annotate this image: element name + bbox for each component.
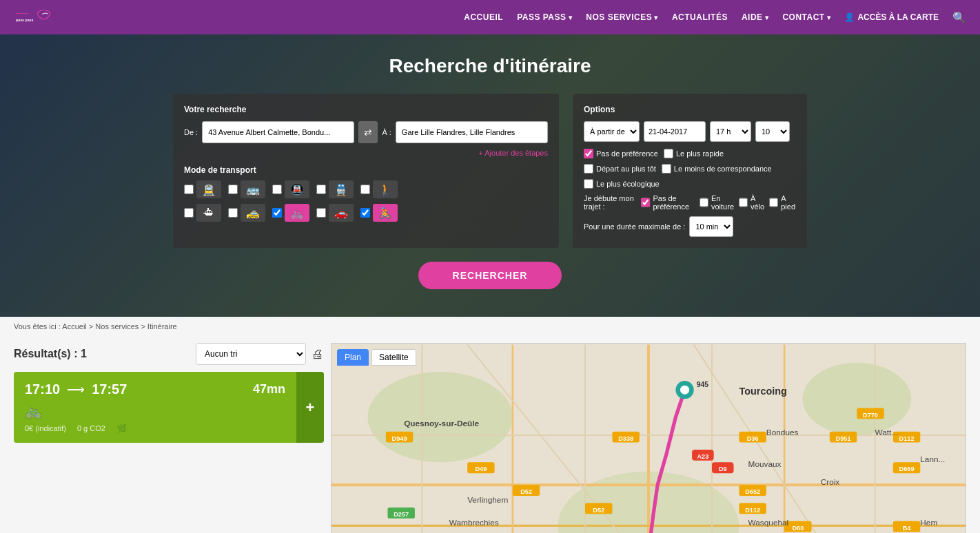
svg-text:Watt...: Watt... (875, 428, 899, 437)
sort-area: Aucun tri 🖨 (196, 343, 324, 365)
taxi-icon-box: 🚕 (241, 204, 265, 222)
train-checkbox[interactable] (316, 185, 326, 194)
svg-point-5 (802, 363, 911, 435)
depart-bike-label: À vélo (751, 194, 765, 211)
transport-bike-share[interactable]: 🚲 (272, 204, 309, 222)
depart-bike[interactable]: À vélo (739, 194, 765, 211)
duree-label: Pour une durée maximale de : (584, 222, 685, 231)
date-time-row: À partir de 17 h 10 (584, 121, 796, 142)
date-type-select[interactable]: À partir de (584, 121, 640, 142)
earliest-checkbox[interactable] (584, 164, 593, 174)
boat-icon-box: ⛴ (196, 204, 221, 222)
opt-earliest[interactable]: Départ au plus tôt (584, 164, 656, 174)
svg-text:D49: D49 (475, 466, 487, 472)
transport-metro[interactable]: 🚇 (272, 180, 309, 198)
from-to-row: De : ⇄ À : (184, 121, 548, 143)
opt-no-pref[interactable]: Pas de préférence (584, 149, 658, 158)
svg-text:Bondues: Bondues (766, 428, 799, 437)
duree-select[interactable]: 10 min (689, 216, 733, 237)
nav-passpass[interactable]: PASS PASS (517, 12, 572, 22)
tram-checkbox[interactable] (184, 185, 194, 194)
fewest-changes-checkbox[interactable] (662, 164, 671, 174)
from-input[interactable] (202, 121, 354, 143)
depart-no-pref[interactable]: Pas de préférence (641, 194, 695, 211)
options-row-2: Le plus écologique (584, 179, 796, 189)
svg-text:A23: A23 (697, 453, 708, 460)
search-button[interactable]: RECHERCHER (418, 262, 562, 289)
nav-accueil[interactable]: ACCUEIL (464, 12, 503, 22)
depart-car[interactable]: En voiture (700, 194, 735, 211)
car-icon: 🚗 (334, 207, 348, 220)
bikeshare-icon-box: 🚲 (285, 204, 309, 222)
sort-select[interactable]: Aucun tri (196, 343, 306, 365)
transport-mode-label: Mode de transport (184, 165, 548, 175)
depart-walk[interactable]: A pied (769, 194, 796, 211)
breadcrumb-accueil[interactable]: Accueil (62, 322, 86, 331)
nav-aide[interactable]: AIDE (742, 12, 768, 22)
results-left: Résultat(s) : 1 Aucun tri 🖨 17:10 ⟶ 17:5… (14, 336, 324, 533)
fastest-checkbox[interactable] (664, 149, 673, 158)
svg-text:Mouvaux: Mouvaux (748, 459, 782, 469)
depart-row: Je débute mon trajet : Pas de préférence… (584, 194, 796, 211)
duree-row: Pour une durée maximale de : 10 min (584, 216, 796, 237)
transport-bicycle[interactable]: 🚴 (360, 204, 398, 222)
boat-checkbox[interactable] (184, 208, 194, 218)
minutes-select[interactable]: 10 (755, 121, 790, 142)
depart-bike-cb[interactable] (739, 198, 748, 207)
opt-fastest[interactable]: Le plus rapide (664, 149, 724, 158)
map-tab-satellite[interactable]: Satellite (371, 349, 416, 366)
bicycle-icon: 🚴 (378, 207, 392, 220)
breadcrumb-nos-services[interactable]: Nos services (95, 322, 139, 331)
eco-checkbox[interactable] (584, 179, 593, 189)
nav-actualites[interactable]: ACTUALITÉS (672, 12, 728, 22)
header-search-icon[interactable]: 🔍 (952, 11, 966, 24)
transport-car[interactable]: 🚗 (316, 204, 354, 222)
svg-text:D52: D52 (520, 488, 532, 495)
nav-access-card[interactable]: 👤 ACCÈS À LA CARTE (844, 12, 939, 22)
train-icon: 🚆 (334, 183, 348, 196)
breadcrumb-sep1: > (89, 322, 95, 331)
transport-taxi[interactable]: 🚕 (228, 204, 265, 222)
svg-text:Tourcoing: Tourcoing (739, 386, 787, 397)
logo-area[interactable]: ~~~~ pass pass (14, 5, 61, 30)
options-panel: Options À partir de 17 h 10 Pas d (573, 94, 807, 248)
opt-fewest-changes[interactable]: Le moins de correspondance (662, 164, 772, 174)
date-input[interactable] (644, 121, 706, 142)
no-pref-label: Pas de préférence (596, 149, 658, 158)
taxi-checkbox[interactable] (228, 208, 238, 218)
depart-walk-cb[interactable] (769, 198, 778, 207)
transport-walk[interactable]: 🚶 (360, 180, 398, 198)
map-svg: D949 D338 D36 D770 D951 D112 D669 D49 D5 (331, 344, 966, 533)
swap-button[interactable]: ⇄ (358, 121, 378, 143)
breadcrumb-prefix: Vous êtes ici : (14, 322, 61, 331)
walk-checkbox[interactable] (360, 185, 370, 194)
svg-text:D112: D112 (899, 435, 915, 442)
bicycle-checkbox[interactable] (360, 208, 370, 218)
nav-nosservices[interactable]: NOS SERVICES (586, 12, 658, 22)
map-tab-plan[interactable]: Plan (337, 349, 369, 366)
print-button[interactable]: 🖨 (312, 347, 324, 362)
svg-text:D36: D36 (747, 435, 759, 442)
walk-icon-box: 🚶 (373, 180, 398, 198)
card-expand-button[interactable]: + (296, 372, 324, 443)
depart-label: Je débute mon trajet : (584, 194, 637, 211)
depart-nopref-cb[interactable] (641, 198, 650, 207)
add-steps-link[interactable]: + Ajouter des étapes (184, 149, 548, 157)
transport-boat[interactable]: ⛴ (184, 204, 221, 222)
svg-text:945: 945 (697, 380, 709, 388)
time-select[interactable]: 17 h (710, 121, 751, 142)
transport-bus[interactable]: 🚌 (228, 180, 265, 198)
metro-checkbox[interactable] (272, 185, 282, 194)
transport-tram[interactable]: 🚊 (184, 180, 221, 198)
no-pref-checkbox[interactable] (584, 149, 593, 158)
bus-checkbox[interactable] (228, 185, 238, 194)
opt-eco[interactable]: Le plus écologique (584, 179, 660, 189)
bikeshare-checkbox[interactable] (272, 208, 282, 218)
depart-car-cb[interactable] (700, 198, 708, 207)
results-count: Résultat(s) : 1 (14, 348, 87, 360)
car-checkbox[interactable] (316, 208, 326, 218)
page-title: Recherche d'itinéraire (389, 55, 591, 77)
to-input[interactable] (396, 121, 548, 143)
transport-train[interactable]: 🚆 (316, 180, 354, 198)
nav-contact[interactable]: CONTACT (782, 12, 830, 22)
